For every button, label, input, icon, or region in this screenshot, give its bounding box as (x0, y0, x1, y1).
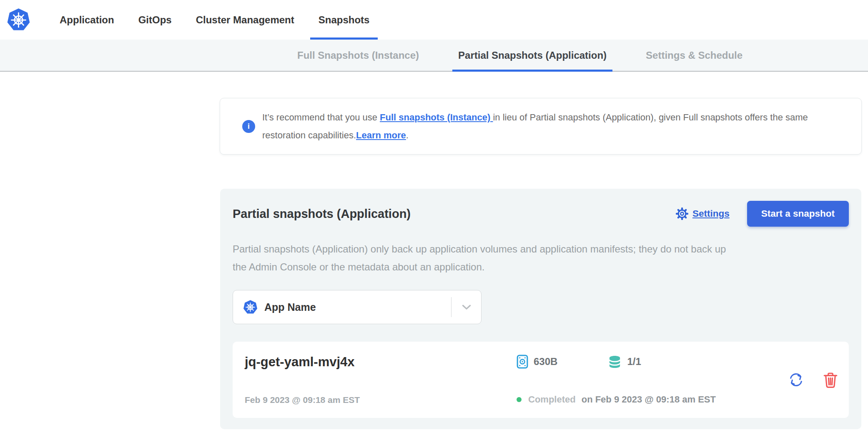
info-banner-text: It’s recommend that you use Full snapsho… (262, 108, 849, 144)
snapshot-name: jq-get-yaml-mvj4x (245, 355, 517, 370)
snapshot-size: 630B (534, 356, 557, 368)
snapshot-status: Completed (528, 394, 576, 405)
app-selector-value: App Name (264, 301, 316, 313)
snapshot-identity: jq-get-yaml-mvj4x Feb 9 2023 @ 09:18 am … (245, 355, 517, 405)
info-icon: i (242, 120, 255, 133)
snapshot-status-timestamp: on Feb 9 2023 @ 09:18 am EST (582, 394, 716, 405)
tab-partial-snapshots-application[interactable]: Partial Snapshots (Application) (452, 40, 612, 71)
panel-header: Partial snapshots (Application) (233, 200, 849, 227)
snapshot-row: jq-get-yaml-mvj4x Feb 9 2023 @ 09:18 am … (233, 342, 849, 418)
disk-size-icon (517, 355, 528, 369)
snapshot-created-timestamp: Feb 9 2023 @ 09:18 am EST (245, 395, 517, 405)
start-snapshot-button[interactable]: Start a snapshot (747, 201, 849, 227)
snapshot-metrics: 630B 1/1 (517, 355, 716, 369)
panel-description-line2: the Admin Console or the metadata about … (233, 258, 849, 276)
snapshot-status-line: Completed on Feb 9 2023 @ 09:18 am EST (517, 394, 716, 405)
panel-description-line1: Partial snapshots (Application) only bac… (233, 240, 849, 258)
page: { "colors": { "primary_blue": "#326de6",… (0, 0, 868, 440)
info-text-start: It’s recommend that you use (262, 112, 380, 122)
info-text-end: . (406, 130, 409, 140)
snapshot-details: 630B 1/1 Completed (517, 355, 716, 405)
content-area: i It’s recommend that you use Full snaps… (0, 72, 868, 429)
nav-application[interactable]: Application (51, 0, 123, 40)
snapshot-volumes: 1/1 (627, 356, 641, 368)
snapshots-tabbar: Full Snapshots (Instance) Partial Snapsh… (0, 40, 868, 72)
panel-title: Partial snapshots (Application) (233, 207, 676, 221)
chevron-down-icon[interactable] (452, 305, 481, 310)
panel-description: Partial snapshots (Application) only bac… (233, 240, 849, 276)
snapshot-actions (788, 355, 838, 405)
nav-cluster-management[interactable]: Cluster Management (188, 0, 303, 40)
tab-settings-schedule[interactable]: Settings & Schedule (640, 40, 748, 71)
snapshot-volumes-group: 1/1 (608, 355, 641, 369)
gear-icon (676, 208, 688, 220)
status-dot-icon (517, 397, 522, 402)
full-snapshots-instance-link[interactable]: Full snapshots (Instance) (380, 112, 493, 122)
settings-link[interactable]: Settings (676, 208, 730, 220)
settings-label: Settings (692, 208, 730, 219)
tab-full-snapshots-instance[interactable]: Full Snapshots (Instance) (291, 40, 425, 71)
nav-gitops[interactable]: GitOps (130, 0, 180, 40)
nav-snapshots[interactable]: Snapshots (310, 0, 378, 40)
app-kubernetes-icon (243, 300, 258, 315)
learn-more-link[interactable]: Learn more (356, 130, 406, 140)
app-name-selector[interactable]: App Name (233, 290, 482, 324)
restore-snapshot-icon[interactable] (788, 371, 805, 388)
top-navigation: Application GitOps Cluster Management Sn… (0, 0, 868, 40)
delete-snapshot-icon[interactable] (823, 372, 838, 388)
main-nav: Application GitOps Cluster Management Sn… (51, 0, 385, 40)
kubernetes-logo-icon (7, 8, 30, 32)
database-icon (608, 355, 622, 369)
info-banner: i It’s recommend that you use Full snaps… (220, 98, 862, 155)
partial-snapshots-panel: Partial snapshots (Application) (220, 189, 861, 429)
